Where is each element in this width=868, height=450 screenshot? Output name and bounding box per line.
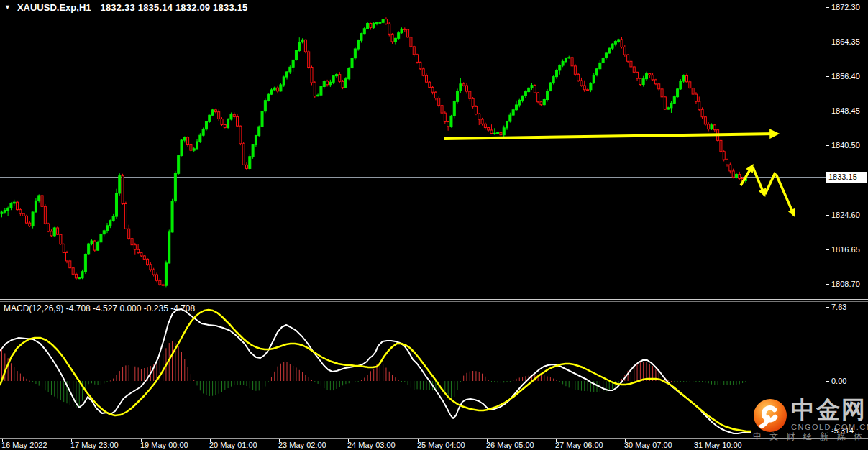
candle-bull	[81, 272, 83, 278]
macd-histogram-bar	[705, 381, 705, 382]
candle-bull	[209, 115, 211, 121]
candle-bull	[171, 201, 173, 232]
candle-bull	[183, 137, 186, 140]
macd-histogram-bar	[283, 362, 284, 381]
forecast-zigzag-arrow[interactable]	[753, 167, 764, 195]
macd-histogram-bar	[501, 381, 501, 383]
candle-bear	[481, 119, 483, 124]
annotations-group[interactable]	[444, 134, 794, 215]
macd-histogram-bar	[339, 381, 340, 387]
macd-histogram-bar	[618, 381, 619, 383]
macd-histogram-bar	[525, 376, 526, 381]
macd-histogram-bar	[423, 381, 424, 390]
macd-histogram-bar	[29, 381, 30, 382]
candle-bull	[376, 23, 378, 24]
forecast-zigzag-arrow[interactable]	[776, 174, 794, 215]
candle-bull	[344, 79, 347, 88]
candle-bull	[360, 34, 362, 41]
candle-bull	[555, 70, 557, 77]
candle-bear	[147, 259, 149, 264]
macd-histogram-bar	[467, 373, 467, 381]
macd-histogram-bar	[370, 371, 371, 381]
macd-group[interactable]	[0, 309, 751, 433]
macd-histogram-bar	[299, 370, 300, 381]
candle-bear	[472, 98, 474, 106]
macd-histogram-bar	[588, 381, 588, 391]
candle-bull	[562, 62, 564, 65]
candle-bull	[611, 44, 613, 48]
macd-histogram-bar	[389, 372, 390, 381]
candle-bear	[137, 249, 140, 252]
candle-bull	[301, 40, 303, 42]
candle-bull	[323, 81, 325, 87]
macd-histogram-bar	[228, 381, 229, 388]
candle-bear	[41, 196, 43, 206]
candle-bear	[537, 93, 539, 102]
forecast-zigzag-arrow[interactable]	[765, 173, 775, 194]
candle-bear	[577, 74, 580, 81]
candle-bear	[131, 239, 133, 245]
candle-bull	[547, 91, 549, 100]
macd-histogram-bar	[188, 367, 188, 381]
candle-bull	[642, 79, 644, 85]
macd-histogram-bar	[51, 381, 52, 395]
candle-bull	[450, 116, 452, 126]
candle-bull	[193, 149, 195, 150]
candle-bull	[367, 24, 369, 29]
candle-bull	[119, 176, 121, 193]
candle-bull	[524, 92, 526, 96]
macd-histogram-bar	[603, 381, 603, 392]
macd-histogram-bar	[305, 375, 306, 381]
candle-bear	[69, 261, 71, 268]
macd-histogram-bar	[271, 377, 272, 381]
candle-bear	[488, 128, 490, 130]
price-chart-canvas[interactable]	[0, 0, 868, 450]
candle-bull	[289, 67, 291, 72]
macd-histogram-bar	[739, 381, 740, 384]
candles-group[interactable]	[1, 17, 746, 287]
candle-bear	[17, 202, 19, 209]
macd-histogram-bar	[280, 364, 281, 381]
macd-histogram-bar	[643, 362, 644, 381]
candle-bull	[549, 83, 552, 91]
macd-histogram-bar	[293, 366, 293, 381]
candle-bear	[413, 47, 415, 55]
macd-histogram-bar	[687, 381, 687, 382]
candle-bull	[363, 29, 365, 34]
macd-histogram-bar	[426, 381, 426, 390]
candle-bull	[503, 128, 505, 135]
candle-bear	[484, 124, 486, 127]
candle-bull	[100, 234, 102, 242]
candle-bear	[661, 89, 663, 97]
candle-bear	[698, 101, 700, 109]
macd-histogram-bar	[11, 363, 12, 381]
candle-bull	[509, 115, 511, 121]
candle-bear	[124, 203, 127, 229]
macd-histogram-bar	[718, 381, 718, 385]
macd-histogram-bar	[723, 381, 724, 385]
macd-histogram-bar	[255, 381, 256, 391]
candle-bear	[314, 83, 316, 96]
candle-bull	[521, 96, 524, 100]
candle-bear	[75, 274, 77, 278]
candle-bull	[317, 95, 319, 96]
macd-histogram-bar	[212, 381, 213, 396]
candle-bear	[704, 117, 706, 124]
candle-bull	[298, 42, 301, 51]
candle-bear	[19, 210, 22, 213]
macd-histogram-bar	[640, 362, 641, 381]
macd-histogram-bar	[522, 377, 523, 381]
macd-histogram-bar	[203, 381, 204, 394]
macd-histogram-bar	[79, 381, 80, 408]
candle-bull	[295, 51, 297, 60]
macd-histogram-bar	[262, 381, 262, 389]
candle-bear	[469, 91, 471, 98]
candle-bear	[652, 75, 654, 80]
macd-histogram-bar	[513, 380, 513, 381]
forecast-zigzag-arrow[interactable]	[741, 166, 752, 185]
macd-histogram-bar	[730, 381, 731, 385]
candle-bull	[667, 108, 670, 109]
macd-histogram-bar	[609, 381, 610, 391]
macd-histogram-bar	[702, 381, 703, 382]
macd-histogram-bar	[209, 381, 210, 396]
